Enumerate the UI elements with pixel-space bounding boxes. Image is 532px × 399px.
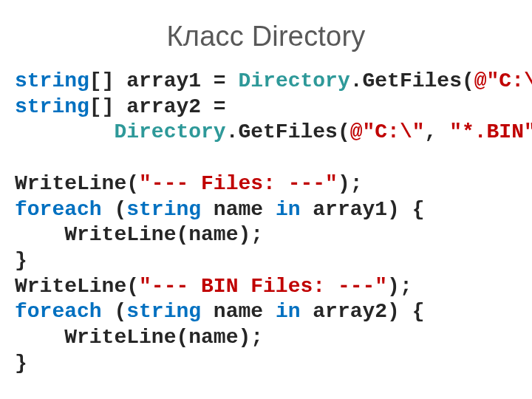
code-indent	[15, 120, 114, 143]
code-text: name	[201, 198, 276, 221]
keyword-foreach: foreach	[15, 300, 102, 323]
string-literal: "--- BIN Files: ---"	[139, 275, 387, 298]
code-text: (	[102, 300, 127, 323]
code-text: name	[201, 300, 276, 323]
keyword-foreach: foreach	[15, 198, 102, 221]
code-text: array2) {	[301, 300, 425, 323]
keyword-string: string	[15, 95, 89, 118]
type-directory: Directory	[238, 69, 349, 92]
code-line-9: foreach (string name in array2) {	[15, 300, 425, 323]
code-line-4: WriteLine("--- Files: ---");	[15, 172, 362, 195]
keyword-in: in	[276, 300, 301, 323]
code-line-1: string[] array1 = Directory.GetFiles(@"C…	[15, 69, 532, 92]
code-text: }	[15, 249, 27, 272]
code-text: WriteLine(name);	[15, 326, 263, 349]
code-text: array1) {	[301, 198, 425, 221]
code-line-10: WriteLine(name);	[15, 326, 263, 349]
code-text: }	[15, 352, 27, 375]
string-literal: @"C:\"	[474, 69, 532, 92]
string-literal: @"C:\"	[350, 120, 425, 143]
code-line-11: }	[15, 352, 27, 375]
type-directory: Directory	[114, 120, 225, 143]
code-line-5: foreach (string name in array1) {	[15, 198, 425, 221]
code-line-3: Directory.GetFiles(@"C:\", "*.BIN");	[15, 120, 532, 143]
code-text: WriteLine(name);	[15, 223, 263, 246]
keyword-in: in	[276, 198, 301, 221]
code-text: WriteLine(	[15, 275, 139, 298]
code-text: [] array1 =	[89, 69, 239, 92]
keyword-string: string	[126, 300, 201, 323]
string-literal: "*.BIN"	[449, 120, 532, 143]
code-line-6: WriteLine(name);	[15, 223, 263, 246]
slide: Класс Directory string[] array1 = Direct…	[0, 0, 532, 399]
code-text: ,	[425, 120, 450, 143]
keyword-string: string	[15, 69, 89, 92]
code-block: string[] array1 = Directory.GetFiles(@"C…	[15, 69, 517, 377]
code-text: .GetFiles(	[226, 120, 350, 143]
code-text: );	[387, 275, 412, 298]
slide-title: Класс Directory	[15, 21, 517, 52]
code-text: [] array2 =	[89, 95, 226, 118]
code-line-7: }	[15, 249, 27, 272]
code-line-8: WriteLine("--- BIN Files: ---");	[15, 275, 412, 298]
code-text: (	[102, 198, 127, 221]
code-text: );	[338, 172, 363, 195]
string-literal: "--- Files: ---"	[139, 172, 338, 195]
code-line-2: string[] array2 =	[15, 95, 226, 118]
code-text: WriteLine(	[15, 172, 139, 195]
code-text: .GetFiles(	[350, 69, 474, 92]
keyword-string: string	[126, 198, 201, 221]
